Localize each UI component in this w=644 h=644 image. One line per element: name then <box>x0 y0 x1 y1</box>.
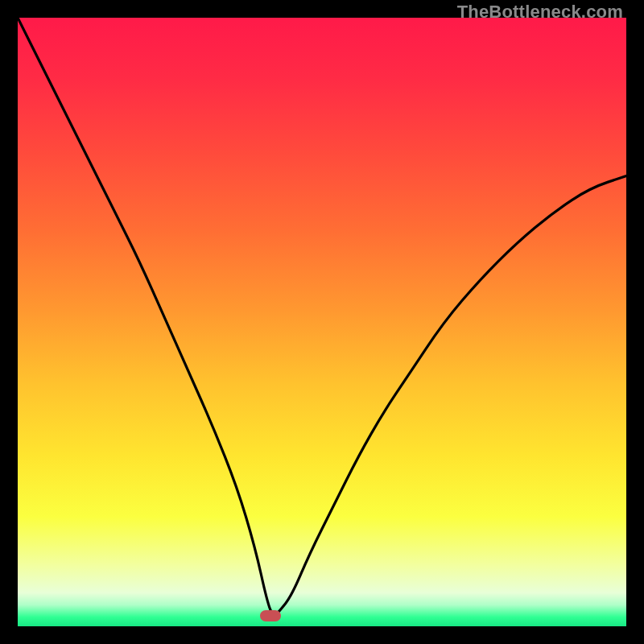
plot-frame <box>18 18 626 626</box>
optimum-marker <box>260 610 281 621</box>
gradient-rect <box>18 18 626 626</box>
plot-svg <box>18 18 626 626</box>
